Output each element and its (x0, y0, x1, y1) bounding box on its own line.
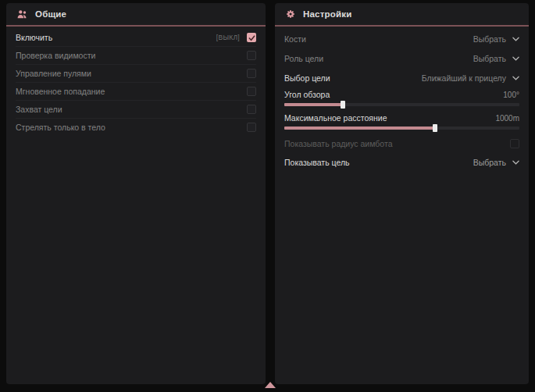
setting-label: Стрелять только в тело (16, 123, 105, 132)
dropdown-value: Ближайший к прицелу (422, 73, 506, 83)
dropdown-value: Выбрать (473, 54, 506, 63)
toggle-row[interactable]: Мгновенное попадание (16, 83, 256, 101)
chevron-down-icon (512, 160, 519, 165)
toggle-row[interactable]: Включить[ВЫКЛ] (16, 29, 256, 47)
dropdown[interactable]: Ближайший к прицелу (422, 73, 519, 83)
general-panel: Общие Включить[ВЫКЛ]Проверка видимостиУп… (6, 3, 266, 384)
setting-label: Кости (284, 34, 306, 44)
checkbox[interactable] (247, 69, 256, 78)
slider-row: Угол обзора100° (284, 87, 519, 111)
slider-thumb[interactable] (341, 101, 345, 109)
checkbox[interactable] (247, 123, 256, 132)
toggle-row[interactable]: Проверка видимости (16, 47, 256, 65)
row-controls: [ВЫКЛ] (216, 33, 256, 42)
dropdown-row: КостиВыбрать (284, 29, 519, 48)
toggle-row[interactable]: Захват цели (16, 101, 256, 119)
setting-label: Мгновенное попадание (16, 87, 105, 96)
dropdown-row: Выбор целиБлижайший к прицелу (284, 68, 519, 87)
setting-label: Угол обзора (284, 90, 330, 99)
chevron-down-icon (512, 56, 519, 61)
slider-head: Максимальное расстояние1000m (284, 112, 519, 124)
row-controls (247, 87, 256, 96)
setting-label: Проверка видимости (16, 51, 95, 60)
dropdown-row: Роль целиВыбрать (284, 48, 519, 68)
checkbox[interactable] (247, 105, 256, 114)
setting-label: Выбор цели (284, 73, 330, 83)
settings-panel-body: КостиВыбратьРоль целиВыбратьВыбор целиБл… (275, 27, 529, 172)
panel-title: Настройки (303, 9, 351, 19)
slider-head: Угол обзора100° (284, 88, 519, 101)
slider-fill (284, 103, 343, 106)
setting-label: Показывать цель (284, 158, 350, 167)
settings-panel: Настройки КостиВыбратьРоль целиВыбратьВы… (275, 3, 529, 384)
slider-value: 100° (503, 91, 519, 99)
dropdown[interactable]: Выбрать (473, 54, 519, 63)
row-controls (247, 105, 256, 114)
panel-title: Общие (35, 9, 66, 19)
toggle-row[interactable]: Управление пулями (16, 65, 256, 83)
slider-fill (284, 127, 435, 130)
checkbox[interactable] (247, 87, 256, 96)
slider-row: Максимальное расстояние1000m (284, 111, 519, 134)
setting-label: Максимальное расстояние (284, 113, 387, 123)
general-panel-header: Общие (6, 3, 266, 25)
chevron-down-icon (512, 76, 519, 80)
setting-label: Роль цели (284, 54, 323, 63)
scroll-up-arrow-icon[interactable] (265, 382, 276, 388)
checkbox[interactable] (247, 51, 256, 60)
people-icon (16, 9, 28, 20)
checkbox[interactable] (510, 139, 519, 148)
slider[interactable] (284, 103, 519, 106)
setting-label: Включить (16, 33, 52, 42)
dropdown-row: Показывать цельВыбрать (284, 152, 519, 172)
dropdown[interactable]: Выбрать (473, 34, 519, 44)
checkbox[interactable] (247, 33, 256, 42)
general-panel-body: Включить[ВЫКЛ]Проверка видимостиУправлен… (6, 27, 266, 136)
setting-label: Управление пулями (16, 69, 91, 78)
settings-panel-header: Настройки (275, 3, 529, 25)
dropdown[interactable]: Выбрать (473, 158, 519, 167)
toggle-row[interactable]: Стрелять только в тело (16, 119, 256, 136)
dropdown-value: Выбрать (473, 158, 506, 167)
gear-icon (285, 9, 296, 20)
slider-value: 1000m (495, 114, 519, 123)
setting-label: Захват цели (16, 105, 62, 114)
toggle-row[interactable]: Показывать радиус аимбота (284, 134, 519, 152)
hotkey-label: [ВЫКЛ] (216, 34, 240, 41)
row-controls (247, 69, 256, 78)
slider-thumb[interactable] (433, 124, 437, 132)
row-controls (247, 123, 256, 132)
dropdown-value: Выбрать (473, 34, 506, 44)
slider[interactable] (284, 127, 519, 130)
chevron-down-icon (512, 37, 519, 41)
row-controls (247, 51, 256, 60)
setting-label: Показывать радиус аимбота (284, 139, 393, 148)
row-controls (510, 139, 519, 148)
